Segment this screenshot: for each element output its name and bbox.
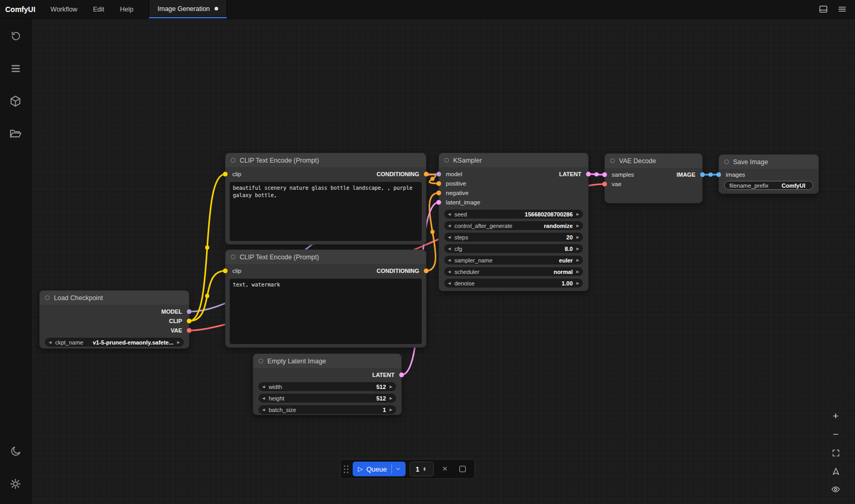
decrement-arrow-icon[interactable]: ◀ (448, 258, 451, 262)
input-port-positive[interactable] (436, 181, 441, 186)
input-port-negative[interactable] (436, 191, 441, 196)
output-port-latent[interactable] (586, 172, 591, 177)
input-port-clip[interactable] (223, 269, 228, 273)
decrement-arrow-icon[interactable]: ◀ (448, 281, 451, 285)
zoom-in-icon[interactable]: + (828, 409, 843, 423)
link-wire[interactable] (426, 193, 439, 271)
workflows-folder-icon[interactable] (7, 125, 25, 141)
decrement-arrow-icon[interactable]: ◀ (448, 235, 451, 239)
node-clip-text-encode-negative[interactable]: CLIP Text Encode (Prompt) clip CONDITION… (225, 249, 426, 348)
widget-scheduler[interactable]: ◀ scheduler normal ▶ (444, 267, 583, 276)
pointer-icon[interactable] (828, 464, 843, 478)
prompt-textarea[interactable]: text, watermark (230, 279, 422, 344)
output-port-conditioning[interactable] (424, 269, 429, 273)
batch-count-input[interactable]: 1 ▴ ▾ (410, 462, 434, 476)
widget-width[interactable]: ◀ width 512 ▶ (258, 382, 396, 391)
node-header[interactable]: KSampler (439, 153, 588, 167)
node-collapse-dot[interactable] (724, 159, 729, 164)
input-port-samples[interactable] (602, 173, 607, 177)
queue-button[interactable]: ▷ Queue (353, 462, 406, 476)
output-port-latent[interactable] (399, 373, 404, 377)
menu-workflow[interactable]: Workflow (43, 0, 85, 18)
decrement-arrow-icon[interactable]: ◀ (262, 408, 265, 411)
node-collapse-dot[interactable] (231, 255, 235, 259)
node-empty-latent-image[interactable]: Empty Latent Image LATENT ◀ width 512 ▶ … (253, 353, 402, 415)
menu-icon[interactable] (834, 2, 850, 17)
node-library-icon[interactable] (7, 61, 25, 76)
decrement-arrow-icon[interactable]: ◀ (448, 224, 451, 227)
decrement-arrow-icon[interactable]: ◀ (448, 247, 451, 250)
node-header[interactable]: Save Image (719, 155, 818, 169)
history-icon[interactable] (7, 28, 25, 44)
node-clip-text-encode-positive[interactable]: CLIP Text Encode (Prompt) clip CONDITION… (225, 153, 426, 245)
widget-control-after-generate[interactable]: ◀ control_after_generate randomize ▶ (444, 221, 583, 230)
widget-denoise[interactable]: ◀ denoise 1.00 ▶ (444, 279, 583, 288)
drag-handle-icon[interactable] (344, 465, 348, 473)
widget-ckpt-name[interactable]: ◀ ckpt_name v1-5-pruned-emaonly.safete..… (45, 338, 184, 347)
widget-sampler-name[interactable]: ◀ sampler_name euler ▶ (444, 256, 583, 265)
menu-help[interactable]: Help (112, 0, 141, 18)
output-port-image[interactable] (700, 173, 705, 177)
bottom-panel-toggle-icon[interactable] (815, 2, 831, 17)
increment-arrow-icon[interactable]: ▶ (177, 340, 180, 344)
input-port-latent-image[interactable] (436, 200, 441, 205)
decrement-arrow-icon[interactable]: ◀ (448, 212, 451, 216)
eye-icon[interactable] (828, 482, 843, 497)
decrement-arrow-icon[interactable]: ◀ (262, 385, 265, 388)
widget-cfg[interactable]: ◀ cfg 8.0 ▶ (444, 244, 583, 253)
decrement-arrow-icon[interactable]: ◀ (448, 270, 451, 273)
model-library-icon[interactable] (7, 93, 25, 109)
decrement-arrow-icon[interactable]: ◀ (49, 340, 51, 344)
increment-arrow-icon[interactable]: ▶ (390, 408, 392, 411)
fit-view-icon[interactable] (828, 445, 843, 460)
clear-queue-icon[interactable]: × (438, 462, 452, 476)
menu-edit[interactable]: Edit (85, 0, 113, 18)
node-header[interactable]: Load Checkpoint (40, 291, 189, 305)
tab-image-generation[interactable]: Image Generation (149, 0, 227, 18)
chevron-down-icon[interactable] (392, 466, 404, 472)
node-collapse-dot[interactable] (610, 158, 615, 163)
widget-batch-size[interactable]: ◀ batch_size 1 ▶ (258, 405, 396, 414)
node-load-checkpoint[interactable]: Load Checkpoint MODEL CLIP VAE ◀ ckpt_na… (39, 290, 189, 349)
decrement-arrow-icon[interactable]: ◀ (262, 396, 265, 400)
increment-arrow-icon[interactable]: ▶ (577, 258, 579, 262)
increment-arrow-icon[interactable]: ▶ (577, 235, 579, 239)
increment-arrow-icon[interactable]: ▶ (577, 247, 579, 250)
increment-arrow-icon[interactable]: ▶ (577, 212, 579, 216)
node-header[interactable]: Empty Latent Image (253, 354, 401, 368)
stop-icon[interactable] (456, 462, 469, 476)
node-collapse-dot[interactable] (231, 158, 235, 163)
node-header[interactable]: CLIP Text Encode (Prompt) (226, 250, 426, 264)
output-port-model[interactable] (187, 310, 192, 314)
increment-arrow-icon[interactable]: ▶ (390, 396, 392, 400)
input-port-images[interactable] (716, 173, 721, 177)
step-down-icon[interactable]: ▾ (424, 469, 426, 471)
increment-arrow-icon[interactable]: ▶ (577, 281, 579, 285)
input-port-model[interactable] (436, 172, 441, 177)
output-port-vae[interactable] (187, 328, 192, 333)
theme-moon-icon[interactable] (7, 443, 25, 459)
node-save-image[interactable]: Save Image images filename_prefix ComfyU… (718, 154, 819, 194)
output-port-clip[interactable] (187, 319, 192, 324)
widget-seed[interactable]: ◀ seed 156680208700286 ▶ (444, 210, 583, 219)
link-wire[interactable] (189, 271, 226, 321)
node-canvas[interactable]: Load Checkpoint MODEL CLIP VAE ◀ ckpt_na… (31, 19, 855, 504)
node-header[interactable]: VAE Decode (605, 154, 702, 168)
increment-arrow-icon[interactable]: ▶ (577, 224, 579, 227)
settings-gear-icon[interactable] (7, 476, 25, 491)
node-ksampler[interactable]: KSampler model LATENT positive negative … (438, 153, 589, 291)
node-vae-decode[interactable]: VAE Decode samples IMAGE vae (604, 153, 703, 203)
prompt-textarea[interactable]: beautiful scenery nature glass bottle la… (230, 182, 422, 241)
node-header[interactable]: CLIP Text Encode (Prompt) (226, 153, 426, 167)
widget-filename-prefix[interactable]: filename_prefix ComfyUI (724, 181, 813, 190)
widget-steps[interactable]: ◀ steps 20 ▶ (444, 233, 583, 242)
input-port-vae[interactable] (602, 182, 607, 187)
node-collapse-dot[interactable] (258, 359, 263, 363)
input-port-clip[interactable] (223, 172, 228, 177)
increment-arrow-icon[interactable]: ▶ (390, 385, 392, 388)
output-port-conditioning[interactable] (424, 172, 429, 177)
zoom-out-icon[interactable]: − (828, 427, 843, 442)
increment-arrow-icon[interactable]: ▶ (577, 270, 579, 273)
node-collapse-dot[interactable] (45, 295, 50, 300)
widget-height[interactable]: ◀ height 512 ▶ (258, 394, 396, 403)
